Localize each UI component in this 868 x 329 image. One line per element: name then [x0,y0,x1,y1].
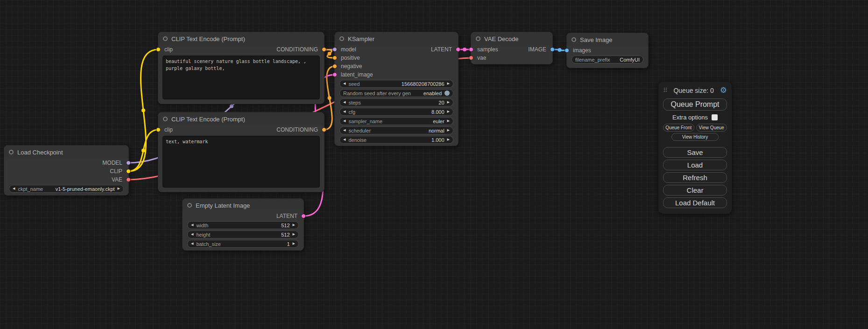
clip-input-port[interactable] [156,47,161,52]
increment-arrow-icon[interactable]: ▶ [293,242,295,245]
queue-actions-row: Queue Front View Queue [663,124,727,132]
conditioning-output-port[interactable] [322,127,326,132]
node-graph-canvas[interactable]: Load Checkpoint MODEL CLIP VAE ◀ ckpt_na… [0,0,868,329]
decrement-arrow-icon[interactable]: ◀ [343,138,346,141]
negative-input-port[interactable] [332,64,337,69]
node-title-bar[interactable]: CLIP Text Encode (Prompt) [158,32,324,45]
widget-width[interactable]: ◀ width 512 ▶ [187,221,299,229]
decrement-arrow-icon[interactable]: ◀ [191,242,193,245]
increment-arrow-icon[interactable]: ▶ [447,110,450,113]
node-empty-latent-image[interactable]: Empty Latent Image LATENT ◀ width 512 ▶ … [182,198,304,251]
node-title-bar[interactable]: VAE Decode [471,32,552,45]
increment-arrow-icon[interactable]: ▶ [118,187,120,190]
widget-steps[interactable]: ◀ steps 20 ▶ [339,98,453,106]
decrement-arrow-icon[interactable]: ◀ [343,119,346,123]
decrement-arrow-icon[interactable]: ◀ [343,82,346,85]
widget-value: 512 [281,223,289,228]
link-clip[interactable] [128,130,158,171]
widget-scheduler[interactable]: ◀ scheduler normal ▶ [339,126,453,134]
collapse-dot-icon[interactable] [572,37,576,42]
collapse-dot-icon[interactable] [476,36,480,41]
node-clip-text-encode-positive[interactable]: CLIP Text Encode (Prompt) clip CONDITION… [158,32,325,104]
decrement-arrow-icon[interactable]: ◀ [13,187,15,190]
input-slot-label: clip [164,126,173,133]
drag-handle-icon[interactable]: ⠿ [663,87,668,94]
decrement-arrow-icon[interactable]: ◀ [191,224,193,227]
increment-arrow-icon[interactable]: ▶ [447,101,450,104]
node-load-checkpoint[interactable]: Load Checkpoint MODEL CLIP VAE ◀ ckpt_na… [4,145,129,196]
view-history-button[interactable]: View History [671,133,719,141]
collapse-dot-icon[interactable] [163,117,168,121]
widget-batch-size[interactable]: ◀ batch_size 1 ▶ [187,240,299,248]
increment-arrow-icon[interactable]: ▶ [293,224,295,227]
node-title-bar[interactable]: KSampler [335,32,458,45]
toggle-knob[interactable] [445,91,450,96]
clear-button[interactable]: Clear [663,185,727,196]
latent-image-input-port[interactable] [332,72,337,77]
positive-input-port[interactable] [332,56,337,60]
widget-sampler-name[interactable]: ◀ sampler_name euler ▶ [339,117,453,125]
increment-arrow-icon[interactable]: ▶ [447,119,450,123]
decrement-arrow-icon[interactable]: ◀ [343,101,346,104]
widget-cfg[interactable]: ◀ cfg 8.000 ▶ [339,108,453,116]
decrement-arrow-icon[interactable]: ◀ [191,233,193,236]
image-output-port[interactable] [550,47,555,52]
images-input-port[interactable] [565,48,569,53]
node-title: KSampler [348,35,374,42]
extra-options-checkbox[interactable] [712,114,718,120]
settings-gear-icon[interactable]: ⚙ [720,85,727,95]
load-default-button[interactable]: Load Default [663,197,727,208]
latent-output-port[interactable] [456,47,460,52]
collapse-dot-icon[interactable] [187,203,192,208]
refresh-button[interactable]: Refresh [663,172,727,183]
node-title-bar[interactable]: Empty Latent Image [183,199,303,212]
output-slot-label: CLIP [110,168,122,175]
widget-value: 512 [281,232,289,238]
conditioning-output-port[interactable] [322,47,326,52]
node-save-image[interactable]: Save Image images filename_prefix ComfyU… [566,33,649,68]
output-slot-label: LATENT [431,46,452,53]
input-slot-label: samples [477,46,498,53]
increment-arrow-icon[interactable]: ▶ [447,138,450,141]
widget-height[interactable]: ◀ height 512 ▶ [187,231,299,238]
node-title-bar[interactable]: Load Checkpoint [4,146,128,159]
widget-value: 20 [438,100,444,105]
decrement-arrow-icon[interactable]: ◀ [343,110,346,113]
model-output-port[interactable] [126,161,131,165]
widget-seed[interactable]: ◀ seed 156680208700286 ▶ [339,80,453,88]
link-midpoint-dot [141,109,145,112]
negative-prompt-textarea[interactable]: text, watermark [162,136,320,188]
node-title-bar[interactable]: CLIP Text Encode (Prompt) [158,112,324,126]
model-input-port[interactable] [332,47,337,52]
vae-input-port[interactable] [469,56,473,60]
node-vae-decode[interactable]: VAE Decode samples IMAGE vae [471,32,553,64]
vae-output-port[interactable] [126,177,131,182]
output-slot-row: MODEL [4,159,128,167]
node-title-bar[interactable]: Save Image [567,33,648,46]
clip-input-port[interactable] [156,127,161,132]
widget-denoise[interactable]: ◀ denoise 1.000 ▶ [339,136,453,144]
slot-row: latent_image [335,70,458,79]
node-clip-text-encode-negative[interactable]: CLIP Text Encode (Prompt) clip CONDITION… [158,112,325,192]
collapse-dot-icon[interactable] [339,36,344,41]
increment-arrow-icon[interactable]: ▶ [447,82,450,85]
view-queue-button[interactable]: View Queue [696,124,727,132]
increment-arrow-icon[interactable]: ▶ [293,233,295,236]
collapse-dot-icon[interactable] [163,36,168,41]
collapse-dot-icon[interactable] [9,150,14,154]
widget-random-seed-toggle[interactable]: Random seed after every gen enabled [339,89,453,97]
clip-output-port[interactable] [126,169,131,174]
queue-front-button[interactable]: Queue Front [663,124,694,132]
node-ksampler[interactable]: KSampler model LATENT positive negative … [334,32,459,146]
widget-filename-prefix[interactable]: filename_prefix ComfyUI [572,56,643,63]
save-button[interactable]: Save [663,147,727,158]
widget-ckpt-name[interactable]: ◀ ckpt_name v1-5-pruned-emaonly.ckpt ▶ [9,185,124,193]
positive-prompt-textarea[interactable]: beautiful scenery nature glass bottle la… [162,56,320,99]
load-button[interactable]: Load [663,160,727,170]
latent-output-port[interactable] [301,214,306,218]
decrement-arrow-icon[interactable]: ◀ [343,129,346,132]
increment-arrow-icon[interactable]: ▶ [447,129,450,132]
samples-input-port[interactable] [469,47,473,52]
link-clip[interactable] [128,49,158,171]
queue-prompt-button[interactable]: Queue Prompt [663,98,727,111]
